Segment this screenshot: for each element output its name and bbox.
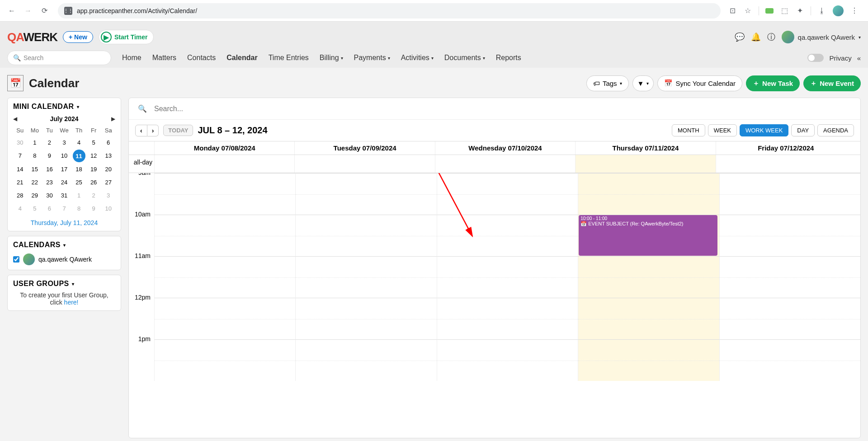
time-cell[interactable]	[154, 298, 295, 339]
mini-cal-day[interactable]: 10	[101, 202, 115, 215]
mini-cal-day[interactable]: 15	[28, 163, 42, 175]
tags-dropdown[interactable]: 🏷 Tags ▾	[586, 75, 629, 91]
mini-cal-day[interactable]: 5	[87, 136, 101, 149]
mini-cal-day[interactable]: 26	[87, 176, 101, 188]
calendar-user-checkbox[interactable]	[13, 256, 19, 263]
time-cell[interactable]	[719, 298, 860, 339]
download-icon[interactable]: ⭳	[817, 6, 826, 15]
logo[interactable]: QAWERK	[7, 30, 57, 44]
mini-cal-day[interactable]: 1	[72, 189, 86, 202]
cal-prev-button[interactable]: ‹	[135, 125, 147, 136]
chat-icon[interactable]: 💬	[735, 32, 745, 42]
mini-cal-day[interactable]: 3	[101, 189, 115, 202]
time-cell[interactable]	[154, 173, 295, 215]
view-week[interactable]: WEEK	[708, 124, 737, 136]
calendar-search-input[interactable]	[154, 105, 851, 113]
mini-cal-day[interactable]: 6	[101, 136, 115, 149]
all-day-cell[interactable]	[435, 155, 575, 173]
calendar-event[interactable]: 10:00 - 11:00📅 EVENT SUBJECT (Re: QAwerk…	[579, 215, 717, 256]
url-bar[interactable]: ⋮⋮ app.practicepanther.com/Activity/Cale…	[58, 3, 721, 19]
time-cell[interactable]	[437, 215, 578, 256]
mini-cal-day[interactable]: 3	[57, 136, 71, 149]
mini-cal-day[interactable]: 9	[42, 150, 57, 162]
time-cell[interactable]	[437, 173, 578, 215]
all-day-cell[interactable]	[716, 155, 856, 173]
mini-cal-next[interactable]: ▶	[111, 116, 115, 122]
mini-cal-day[interactable]: 4	[13, 202, 27, 215]
mini-cal-day[interactable]: 30	[42, 189, 57, 202]
mini-cal-day[interactable]: 5	[28, 202, 42, 215]
view-work-week[interactable]: WORK WEEK	[740, 124, 788, 136]
collapse-icon[interactable]: «	[857, 54, 861, 62]
time-cell[interactable]	[578, 339, 719, 381]
all-day-cell[interactable]	[154, 155, 294, 173]
time-cell[interactable]	[154, 256, 295, 298]
mini-cal-day[interactable]: 20	[101, 163, 115, 175]
filter-dropdown[interactable]: ▼ ▾	[632, 75, 654, 91]
mini-cal-day[interactable]: 31	[57, 189, 71, 202]
mini-cal-day[interactable]: 25	[72, 176, 86, 188]
extensions-puzzle-icon[interactable]: ✦	[795, 6, 804, 15]
time-cell[interactable]	[295, 256, 436, 298]
mini-cal-day[interactable]: 10	[57, 150, 71, 162]
new-button[interactable]: + New	[63, 31, 93, 43]
view-month[interactable]: MONTH	[672, 124, 705, 136]
mini-cal-day[interactable]: 8	[72, 202, 86, 215]
cal-next-button[interactable]: ›	[147, 125, 159, 136]
time-cell[interactable]	[578, 256, 719, 298]
calendar-user-item[interactable]: qa.qawerk QAwerk	[13, 253, 115, 265]
help-icon[interactable]: ⓘ	[767, 32, 775, 42]
extension-icon-2[interactable]: ⬚	[780, 6, 789, 15]
view-agenda[interactable]: AGENDA	[817, 124, 854, 136]
mini-cal-day[interactable]: 4	[72, 136, 86, 149]
sync-calendar-button[interactable]: 📅 Sync Your Calendar	[657, 75, 742, 91]
calendars-title[interactable]: CALENDARS▾	[13, 241, 115, 249]
time-cell[interactable]	[719, 215, 860, 256]
mini-cal-day[interactable]: 19	[87, 163, 101, 175]
nav-calendar[interactable]: Calendar	[226, 54, 257, 62]
mini-cal-day[interactable]: 9	[87, 202, 101, 215]
browser-menu-icon[interactable]: ⋮	[850, 6, 859, 15]
time-cell[interactable]	[719, 256, 860, 298]
time-cell[interactable]	[578, 298, 719, 339]
nav-reports[interactable]: Reports	[496, 54, 521, 62]
time-cell[interactable]	[295, 339, 436, 381]
bookmark-star-icon[interactable]: ☆	[743, 6, 752, 15]
time-cell[interactable]: 10:00 - 11:00📅 EVENT SUBJECT (Re: QAwerk…	[578, 215, 719, 256]
mini-cal-day[interactable]: 1	[28, 136, 42, 149]
mini-cal-day[interactable]: 7	[13, 150, 27, 162]
nav-documents[interactable]: Documents▾	[444, 54, 485, 62]
mini-cal-day[interactable]: 18	[72, 163, 86, 175]
mini-cal-day[interactable]: 2	[87, 189, 101, 202]
bell-icon[interactable]: 🔔	[751, 32, 761, 42]
mini-cal-day[interactable]: 22	[28, 176, 42, 188]
time-cell[interactable]	[719, 339, 860, 381]
mini-cal-day[interactable]: 14	[13, 163, 27, 175]
time-cell[interactable]	[719, 173, 860, 215]
time-cell[interactable]	[295, 215, 436, 256]
mini-cal-day[interactable]: 12	[87, 150, 101, 162]
mini-cal-day[interactable]: 28	[13, 189, 27, 202]
mini-cal-day[interactable]: 29	[28, 189, 42, 202]
mini-cal-day[interactable]: 11	[73, 150, 85, 162]
mini-calendar-title[interactable]: MINI CALENDAR▾	[13, 103, 115, 111]
mini-cal-day[interactable]: 30	[13, 136, 27, 149]
all-day-cell[interactable]	[575, 155, 715, 173]
nav-payments[interactable]: Payments▾	[354, 54, 390, 62]
time-cell[interactable]	[437, 256, 578, 298]
mini-cal-day[interactable]: 17	[57, 163, 71, 175]
user-groups-title[interactable]: USER GROUPS▾	[13, 280, 115, 288]
browser-back[interactable]: ←	[5, 5, 18, 17]
mini-cal-today-link[interactable]: Thursday, July 11, 2024	[13, 219, 115, 226]
nav-matters[interactable]: Matters	[152, 54, 176, 62]
mini-cal-day[interactable]: 6	[42, 202, 57, 215]
extension-icon-1[interactable]	[765, 8, 774, 14]
view-day[interactable]: DAY	[791, 124, 815, 136]
mini-cal-day[interactable]: 16	[42, 163, 57, 175]
time-cell[interactable]	[437, 339, 578, 381]
time-cell[interactable]	[295, 173, 436, 215]
mini-cal-day[interactable]: 13	[101, 150, 115, 162]
search-input[interactable]: 🔍 Search	[7, 51, 111, 65]
mini-cal-day[interactable]: 21	[13, 176, 27, 188]
nav-home[interactable]: Home	[122, 54, 142, 62]
